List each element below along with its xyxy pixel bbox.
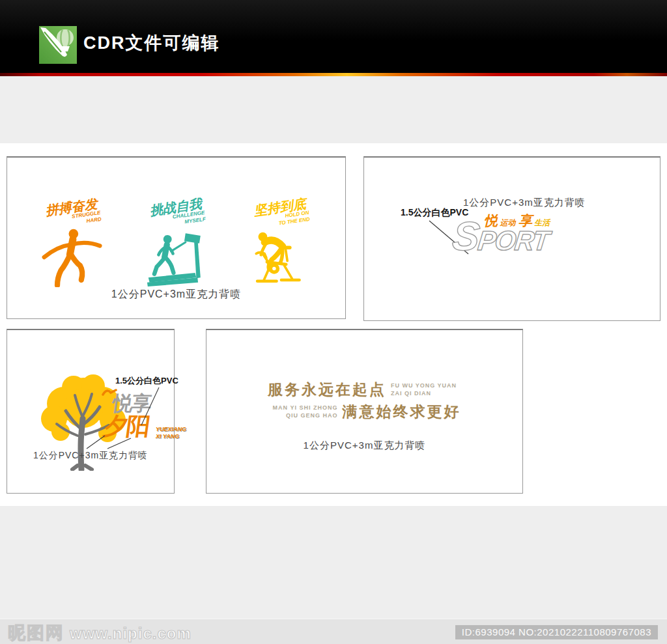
slogan-line2-cn: 满意始终求更好 [342,402,461,422]
gray-strip-top [0,76,667,143]
footer-bar: 昵图网 www.nipic.com ID:6939094 NO:20210222… [0,619,667,644]
tree-logo-en: YUEXIANG XI YANG [156,426,186,440]
figure-spin-bike: 坚持到底 HOLD ON TO THE END [242,201,319,290]
treadmill-icon [141,227,212,287]
watermark-site-name: 昵图网 [8,621,64,644]
tree-logo-cn-bottom: 夕阳 [101,410,151,443]
coreldraw-logo-icon [39,26,77,64]
panel-sport-logo: 1公分PVC+3m亚克力背喷 1.5公分白色PVC SPORT 悦 运动 享 生… [363,156,660,321]
material-label: 1.5公分白色PVC [115,375,178,387]
material-caption: 1公分PVC+3m亚克力背喷 [206,440,522,452]
figures-row: 拼搏奋发 STRUGGLE HARD [7,201,345,290]
panel-tree-logo: 悦享 夕阳 YUEXIANG XI YANG 1.5公分白色PVC 1公分PVC… [7,329,175,494]
figure-treadmill: 挑战自我 CHALLENGE MYSELF [138,201,215,290]
figure-runner: 拼搏奋发 STRUGGLE HARD [34,201,111,290]
watermark: 昵图网 www.nipic.com [8,621,192,644]
watermark-url: www.nipic.com [70,624,192,643]
overlay-cn: 悦 [484,213,497,228]
overlay-cn: 享 [518,213,532,228]
sport-logo-overlay-text: 悦 运动 享 生活 [484,214,550,227]
material-caption: 1公分PVC+3m亚克力背喷 [7,450,174,462]
material-caption: 1公分PVC+3m亚克力背喷 [463,197,586,209]
slogan-block: 服务永远在起点 FU WU YONG YUAN ZAI QI DIAN MAN … [206,380,522,422]
slogan-line1-cn: 服务永远在起点 [268,380,386,400]
runner-icon [36,227,108,287]
gray-strip-bottom [0,506,667,619]
sport-logo: SPORT 悦 运动 享 生活 [453,216,622,275]
image-id-badge: ID:6939094 NO:20210222110809767083 [455,625,658,639]
overlay-cn: 生活 [534,218,550,227]
slogan-line2-pinyin: MAN YI SHI ZHONG QIU GENG HAO [273,404,338,419]
panel-slogan: 服务永远在起点 FU WU YONG YUAN ZAI QI DIAN MAN … [206,329,523,494]
header-bar: CDR文件可编辑 [0,0,667,73]
material-caption: 1公分PVC+3m亚克力背喷 [7,288,345,301]
slogan-line1-pinyin: FU WU YONG YUAN ZAI QI DIAN [391,382,457,397]
page-title: CDR文件可编辑 [83,31,220,55]
page: CDR文件可编辑 拼搏奋发 STRUGGLE HARD [0,0,667,644]
panel-sport-silhouettes: 拼搏奋发 STRUGGLE HARD [7,156,346,319]
spin-bike-icon [245,227,317,287]
overlay-cn: 运动 [500,218,515,227]
